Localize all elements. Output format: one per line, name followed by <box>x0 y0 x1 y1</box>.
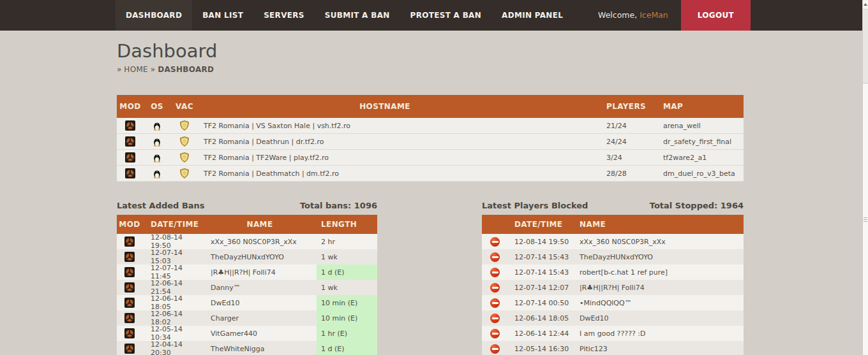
ban-player-name: DwEd10 <box>203 299 317 307</box>
server-hostname: TF2 Romania | VS Saxton Hale | vsh.tf2.r… <box>198 122 571 130</box>
latest-bans-panel: Latest Added Bans Total bans: 1096 MOD D… <box>117 201 377 355</box>
blocked-datetime: 12-07-14 12:07 <box>508 284 573 292</box>
tf2-mod-icon <box>124 344 135 354</box>
tf2-mod-icon <box>125 120 135 131</box>
blocked-icon <box>490 314 500 323</box>
ban-row[interactable]: 12-08-14 19:50 xXx_360 N0SC0P3R_xXx 2 hr <box>117 234 377 249</box>
server-os-cell <box>144 136 170 147</box>
tf2-mod-icon <box>124 252 135 262</box>
col-header-players: PLAYERS <box>571 102 643 111</box>
server-map: dr_safety_first_final <box>643 138 744 146</box>
servers-table: MOD OS VAC HOSTNAME PLAYERS MAP <box>117 95 744 182</box>
ban-row[interactable]: 12-06-14 18:05 DwEd10 10 min (E) <box>117 295 377 310</box>
blocked-icon <box>490 268 500 277</box>
ban-mod-cell <box>117 313 142 323</box>
blocked-row[interactable]: 12-07-14 15:43 TheDayzHUNxdYOYO <box>482 249 744 264</box>
nav-spacer <box>573 0 598 31</box>
tf2-mod-icon <box>125 152 135 163</box>
server-os-cell <box>144 120 170 131</box>
ban-row[interactable]: 12-06-14 21:54 Danny™ 1 wk <box>117 280 377 295</box>
blocked-player-name: xXx_360 N0SC0P3R_xXx <box>573 238 744 246</box>
server-mod-cell <box>117 168 144 178</box>
blocked-row[interactable]: 12-07-14 00:50 •MindQQlQQ™ <box>482 295 744 310</box>
ban-row[interactable]: 12-07-14 11:45 |R♣H||R?H| Folli74 1 d (E… <box>117 264 377 280</box>
servers-table-header: MOD OS VAC HOSTNAME PLAYERS MAP <box>117 95 744 118</box>
latest-bans-header: MOD DATE/TIME NAME LENGTH <box>117 215 377 234</box>
server-row[interactable]: TF2 Romania | Deathrun | dr.tf2.ro 24/24… <box>117 134 744 150</box>
ban-datetime: 12-06-14 18:02 <box>142 310 203 326</box>
scrollbar-grip-icon <box>864 217 867 222</box>
blocked-icon <box>490 344 500 354</box>
server-players: 3/24 <box>571 154 643 162</box>
latest-blocked-total: Total Stopped: 1964 <box>650 201 744 210</box>
scrollbar-thumb[interactable] <box>863 83 868 355</box>
nav-item[interactable]: ADMIN PANEL <box>491 0 573 31</box>
ban-row[interactable]: 12-05-14 10:34 VitGamer440 1 hr (E) <box>117 326 377 341</box>
latest-bans-total: Total bans: 1096 <box>300 201 377 210</box>
username-link[interactable]: IceMan <box>640 10 668 20</box>
breadcrumb-current: DASHBOARD <box>158 65 214 74</box>
nav-item[interactable]: BAN LIST <box>192 0 253 31</box>
blocked-player-name: |R♣H||R?H| Folli74 <box>573 284 744 292</box>
blocked-row[interactable]: 12-07-14 12:07 |R♣H||R?H| Folli74 <box>482 280 744 295</box>
blocked-datetime: 12-06-14 12:44 <box>508 330 573 338</box>
main-content: Dashboard »HOME »DASHBOARD MOD OS VAC HO… <box>117 40 744 355</box>
blocked-row[interactable]: 12-05-14 16:30 Pitic123 <box>482 341 744 355</box>
blocked-row[interactable]: 12-06-14 18:05 DwEd10 <box>482 310 744 326</box>
ban-length: 1 hr (E) <box>317 326 377 341</box>
server-row[interactable]: TF2 Romania | VS Saxton Hale | vsh.tf2.r… <box>117 118 744 134</box>
blocked-player-name: I am good ????? :D <box>573 330 744 338</box>
ban-row[interactable]: 12-07-14 15:03 TheDayzHUNxdYOYO 1 wk <box>117 249 377 264</box>
blocked-row[interactable]: 12-06-14 12:44 I am good ????? :D <box>482 326 744 341</box>
scroll-up-button[interactable] <box>863 0 868 10</box>
server-os-cell <box>144 168 170 178</box>
ban-datetime: 12-05-14 10:34 <box>142 325 203 342</box>
server-players: 21/24 <box>571 122 643 130</box>
vac-shield-icon <box>179 152 190 163</box>
logout-button[interactable]: LOGOUT <box>681 0 751 31</box>
ban-row[interactable]: 12-06-14 18:02 Charger 10 min (E) <box>117 310 377 326</box>
tf2-mod-icon <box>125 136 135 147</box>
ban-datetime: 12-07-14 15:03 <box>142 249 203 265</box>
linux-os-icon <box>152 136 162 147</box>
blocked-icon <box>490 283 500 293</box>
ban-player-name: TheDayzHUNxdYOYO <box>203 253 317 261</box>
blocked-player-name: Pitic123 <box>573 345 744 353</box>
col-header-length: LENGTH <box>317 215 377 234</box>
blocked-row[interactable]: 12-08-14 19:50 xXx_360 N0SC0P3R_xXx <box>482 234 744 249</box>
blocked-icon-cell <box>482 283 508 293</box>
ban-player-name: TheWhiteNigga <box>203 345 317 353</box>
nav-item[interactable]: SERVERS <box>253 0 315 31</box>
server-row[interactable]: TF2 Romania | TF2Ware | play.tf2.ro 3/24… <box>117 150 744 166</box>
latest-bans-head: Latest Added Bans Total bans: 1096 <box>117 201 377 215</box>
ban-datetime: 12-07-14 11:45 <box>142 264 203 280</box>
col-header-mod: MOD <box>117 220 142 229</box>
page-title: Dashboard <box>117 40 744 62</box>
ban-row[interactable]: 12-04-14 20:30 TheWhiteNigga 1 d (E) <box>117 341 377 355</box>
blocked-icon-cell <box>482 268 508 277</box>
ban-length: 10 min (E) <box>317 310 377 326</box>
blocked-player-name: robert[b-c.hat 1 ref pure] <box>573 268 744 277</box>
breadcrumb: »HOME »DASHBOARD <box>117 65 744 74</box>
panel-gap <box>377 201 482 355</box>
ban-datetime: 12-04-14 20:30 <box>142 340 203 355</box>
server-mod-cell <box>117 152 144 163</box>
blocked-icon <box>490 298 500 308</box>
linux-os-icon <box>152 152 162 163</box>
nav-item[interactable]: PROTEST A BAN <box>400 0 491 31</box>
blocked-icon <box>490 329 500 338</box>
ban-mod-cell <box>117 344 142 354</box>
ban-mod-cell <box>117 252 142 262</box>
nav-item[interactable]: SUBMIT A BAN <box>315 0 400 31</box>
nav-item[interactable]: DASHBOARD <box>116 0 192 31</box>
col-header-datetime: DATE/TIME <box>142 220 203 229</box>
nav-left-padding <box>0 0 116 31</box>
ban-player-name: Charger <box>203 314 317 322</box>
breadcrumb-separator-icon: » <box>151 65 155 74</box>
col-header-os: OS <box>144 102 170 111</box>
blocked-row[interactable]: 12-07-14 15:43 robert[b-c.hat 1 ref pure… <box>482 264 744 280</box>
server-vac-cell <box>170 120 198 131</box>
server-row[interactable]: TF2 Romania | Deathmatch | dm.tf2.ro 28/… <box>117 166 744 182</box>
blocked-icon-cell <box>482 329 508 338</box>
breadcrumb-home-link[interactable]: HOME <box>124 65 148 74</box>
